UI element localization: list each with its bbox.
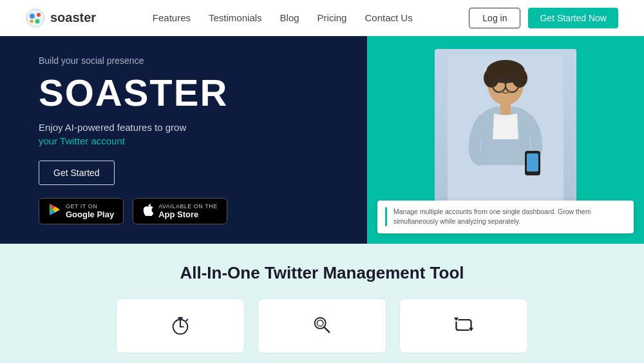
hero-image (435, 49, 576, 210)
google-play-small: GET IT ON (66, 203, 114, 210)
svg-point-2 (37, 13, 41, 17)
google-play-icon (48, 203, 61, 219)
svg-marker-31 (454, 317, 459, 320)
info-card-bar (385, 207, 387, 226)
store-buttons: GET IT ON Google Play Available on the A… (39, 198, 328, 224)
logo-icon (26, 8, 45, 28)
hero-left: Build your social presence SOASTER Enjoy… (0, 36, 367, 244)
retweet-icon (453, 315, 474, 338)
search-magnifier-icon (312, 315, 332, 338)
apple-icon (142, 203, 154, 219)
stopwatch-icon (170, 315, 191, 338)
person-illustration (448, 55, 564, 204)
get-started-nav-button[interactable]: Get Started Now (528, 8, 618, 28)
logo-text: soaster (50, 10, 96, 25)
google-play-text: GET IT ON Google Play (66, 203, 114, 219)
hero-desc: Enjoy AI-powered features to grow (39, 122, 328, 133)
logo[interactable]: soaster (26, 8, 96, 28)
main-nav: Features Testimonials Blog Pricing Conta… (153, 12, 413, 23)
app-store-text: Available on the App Store (158, 203, 218, 219)
info-card: Manage multiple accounts from one single… (377, 201, 634, 234)
header: soaster Features Testimonials Blog Prici… (0, 0, 644, 36)
features-section: All-In-One Twitter Management Tool (0, 244, 644, 363)
feature-card-utilization (116, 299, 245, 353)
svg-rect-19 (500, 102, 511, 115)
hero-highlight: your Twitter account (39, 135, 328, 146)
login-button[interactable]: Log in (469, 8, 520, 28)
nav-pricing[interactable]: Pricing (317, 12, 347, 23)
hero-subtitle: Build your social presence (39, 55, 328, 66)
feature-card-retweet (399, 299, 528, 353)
svg-point-1 (30, 14, 35, 19)
features-title: All-In-One Twitter Management Tool (26, 263, 618, 283)
app-store-button[interactable]: Available on the App Store (133, 198, 227, 224)
svg-rect-25 (178, 317, 183, 319)
nav-contact[interactable]: Contact Us (365, 12, 412, 23)
svg-point-3 (35, 19, 40, 23)
hero-section: Build your social presence SOASTER Enjoy… (0, 36, 644, 244)
info-card-text: Manage multiple accounts from one single… (393, 207, 626, 228)
nav-features[interactable]: Features (153, 12, 191, 23)
google-play-button[interactable]: GET IT ON Google Play (39, 198, 124, 224)
hero-title: SOASTER (39, 72, 328, 113)
person-figure (435, 49, 576, 210)
svg-marker-30 (469, 328, 473, 331)
svg-point-0 (26, 9, 44, 27)
feature-card-content (258, 299, 386, 353)
svg-point-4 (30, 19, 33, 23)
nav-blog[interactable]: Blog (280, 12, 299, 23)
app-store-small: Available on the (158, 203, 218, 210)
google-play-name: Google Play (66, 210, 114, 219)
hero-get-started-button[interactable]: Get Started (39, 161, 115, 185)
header-buttons: Log in Get Started Now (469, 8, 618, 28)
feature-cards (26, 299, 618, 353)
app-store-name: App Store (158, 210, 218, 219)
svg-rect-21 (527, 153, 538, 172)
hero-right: Manage multiple accounts from one single… (367, 36, 644, 244)
svg-line-26 (186, 319, 187, 320)
svg-line-29 (325, 327, 330, 332)
svg-point-28 (317, 320, 323, 326)
nav-testimonials[interactable]: Testimonials (209, 12, 262, 23)
